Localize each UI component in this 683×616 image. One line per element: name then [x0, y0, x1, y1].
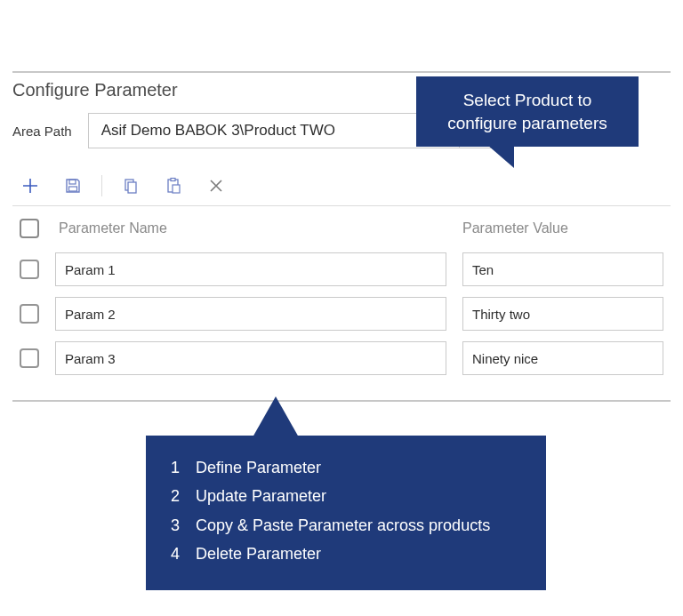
area-path-label: Area Path [12, 124, 72, 139]
row-checkbox[interactable] [20, 304, 39, 324]
area-path-value: Asif Demo BABOK 3\Product TWO [101, 122, 335, 140]
save-button[interactable] [62, 175, 84, 196]
add-button[interactable] [20, 175, 41, 196]
divider-top [12, 71, 671, 73]
parameter-name-input[interactable]: Param 3 [55, 341, 446, 375]
svg-rect-5 [171, 179, 175, 181]
table-row: Param 2 Thirty two [12, 292, 671, 336]
callout-text: Copy & Paste Parameter across products [196, 511, 490, 540]
svg-rect-3 [128, 182, 136, 193]
select-all-checkbox[interactable] [20, 219, 39, 238]
row-checkbox[interactable] [20, 348, 39, 368]
svg-rect-1 [69, 187, 77, 191]
callout-num: 3 [171, 511, 183, 540]
table-row: Param 3 Ninety nice [12, 336, 671, 380]
callout-num: 2 [171, 482, 183, 510]
parameter-name-input[interactable]: Param 1 [55, 252, 446, 286]
callout-text: Define Parameter [196, 453, 321, 482]
copy-button[interactable] [120, 175, 141, 196]
parameter-value-input[interactable]: Thirty two [462, 297, 663, 331]
callout-text: Delete Parameter [196, 540, 321, 568]
row-checkbox[interactable] [20, 260, 39, 279]
column-header-name: Parameter Name [55, 220, 446, 236]
parameter-value-input[interactable]: Ten [462, 252, 663, 286]
parameter-value-input[interactable]: Ninety nice [462, 341, 663, 375]
delete-button[interactable] [205, 175, 227, 196]
svg-rect-0 [69, 180, 76, 184]
callout-select-product-text: Select Product to configure parameters [447, 91, 607, 132]
table-header: Parameter Name Parameter Value [12, 206, 671, 247]
paste-button[interactable] [163, 175, 184, 196]
callout-select-product: Select Product to configure parameters [416, 76, 639, 147]
toolbar-divider [101, 175, 102, 196]
divider-bottom [12, 400, 671, 402]
toolbar [12, 166, 671, 206]
callout-num: 4 [171, 540, 183, 568]
parameter-name-input[interactable]: Param 2 [55, 297, 446, 331]
svg-rect-6 [173, 185, 180, 193]
callout-num: 1 [171, 453, 183, 482]
callout-actions: 1Define Parameter 2Update Parameter 3Cop… [146, 436, 546, 590]
callout-text: Update Parameter [196, 482, 326, 510]
table-row: Param 1 Ten [12, 247, 671, 292]
column-header-value: Parameter Value [462, 220, 663, 236]
